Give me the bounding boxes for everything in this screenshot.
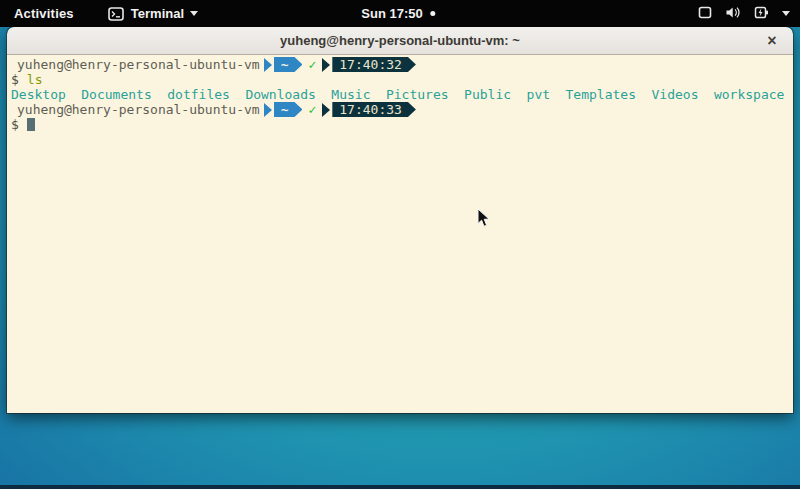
powerline-arrow-icon [322,103,330,117]
powerline-arrow-icon [322,58,330,72]
status-check-icon: ✓ [308,102,316,117]
prompt-line-2: yuheng@henry-personal-ubuntu-vm ~ ✓ 17:4… [9,102,791,117]
directory-item: pvt [527,87,550,102]
top-bar: Activities Terminal Sun 17:50 [0,0,800,27]
command-text: ls [27,72,43,87]
terminal-content[interactable]: yuheng@henry-personal-ubuntu-vm ~ ✓ 17:4… [7,55,793,413]
powerline-arrow-icon [264,58,272,72]
terminal-icon [108,7,124,21]
prompt-symbol: $ [9,72,19,87]
directory-item: Videos [652,87,699,102]
prompt-path-segment: ~ [274,102,303,117]
clock-button[interactable]: Sun 17:50 [361,6,435,21]
directory-item: Downloads [245,87,315,102]
input-line[interactable]: $ [9,117,791,132]
prompt-line-1: yuheng@henry-personal-ubuntu-vm ~ ✓ 17:4… [9,57,791,72]
directory-item: dotfiles [167,87,230,102]
text-cursor [27,118,35,131]
command-line: $ ls [9,72,791,87]
powerline-arrow-icon [264,103,272,117]
battery-charging-icon [754,6,769,22]
screen-icon [698,6,712,22]
directory-item: Desktop [11,87,66,102]
directory-item: workspace [714,87,784,102]
prompt-path-segment: ~ [274,57,303,72]
notification-dot [431,11,436,16]
app-menu-button[interactable]: Terminal [108,6,198,21]
ls-output-line: Desktop Documents dotfiles Downloads Mus… [9,87,791,102]
system-status-area[interactable] [698,6,790,22]
directory-item: Pictures [386,87,449,102]
chevron-down-icon [782,11,790,16]
prompt-user: yuheng@henry-personal-ubuntu-vm [9,102,260,117]
directory-item: Music [331,87,370,102]
app-menu-label: Terminal [131,6,184,21]
prompt-user: yuheng@henry-personal-ubuntu-vm [9,57,260,72]
status-check-icon: ✓ [308,57,316,72]
directory-item: Public [464,87,511,102]
window-title: yuheng@henry-personal-ubuntu-vm: ~ [280,33,520,48]
volume-icon [725,6,741,22]
clock-label: Sun 17:50 [361,6,422,21]
terminal-window: yuheng@henry-personal-ubuntu-vm: ~ × yuh… [7,27,793,413]
prompt-time-segment: 17:40:32 [332,57,416,72]
window-titlebar[interactable]: yuheng@henry-personal-ubuntu-vm: ~ × [7,27,793,55]
directory-item: Templates [566,87,636,102]
close-button[interactable]: × [761,27,783,54]
directory-item: Documents [81,87,151,102]
prompt-time-segment: 17:40:33 [332,102,416,117]
activities-button[interactable]: Activities [14,6,74,21]
prompt-symbol: $ [9,117,19,132]
chevron-down-icon [190,11,198,16]
desktop-bottom-edge [0,485,800,489]
